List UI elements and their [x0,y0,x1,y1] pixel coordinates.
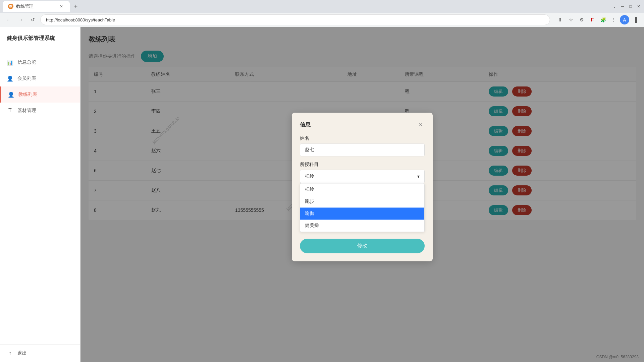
info-icon: 📊 [7,59,13,66]
browser-nav: ← → ↺ http://localhost:8080/sys/teachTab… [0,13,644,27]
subject-dropdown: 杠铃 跑步 瑜伽 健美操 [300,183,425,232]
name-input[interactable] [300,143,425,156]
logout-item[interactable]: ↑ 退出 [0,344,80,362]
sidebar-item-equipment-label: 器材管理 [17,108,36,114]
modal-title: 信息 [300,121,311,128]
sidebar-item-members-label: 会员列表 [17,75,36,81]
main-content: 教练列表 请选择你要进行的操作 增加 编号 教练姓名 联系方式 地址 所带课程 … [80,27,644,362]
browser-menu-icon[interactable]: ⋮ [609,15,619,24]
option-yoga[interactable]: 瑜伽 [300,207,424,220]
tab-title: 教练管理 [16,3,34,9]
share-icon[interactable]: ⬆ [555,15,565,24]
option-running[interactable]: 跑步 [300,195,424,207]
members-icon: 👤 [7,75,13,82]
browser-tab[interactable]: 教 教练管理 ✕ [3,1,70,12]
address-bar[interactable]: http://localhost:8080/sys/teachTable [40,14,550,25]
subject-select-wrapper: 杠铃 ▾ 杠铃 跑步 瑜伽 健美操 [300,170,425,183]
logout-icon: ↑ [7,350,13,357]
sidebar-item-equipment[interactable]: T 器材管理 [0,103,80,119]
address-text: http://localhost:8080/sys/teachTable [46,17,115,22]
forward-button[interactable]: → [16,15,25,24]
maximize-button[interactable]: □ [628,4,633,9]
settings-icon[interactable]: ⚙ [577,15,586,24]
subject-display[interactable]: 杠铃 ▾ [300,170,425,183]
browser-chrome: 教 教练管理 ✕ + ⌄ ─ □ ✕ ← → ↺ http://localhos… [0,0,644,27]
logout-label: 退出 [17,350,27,356]
tab-favicon: 教 [8,4,13,9]
name-field-group: 姓名 [300,135,425,156]
sidebar-item-info-label: 信息总览 [17,59,36,65]
extensions-icon[interactable]: 🧩 [598,15,608,24]
bookmark-icon[interactable]: ☆ [566,15,576,24]
modal-close-button[interactable]: × [417,121,425,129]
option-aerobics[interactable]: 健美操 [300,220,424,232]
back-button[interactable]: ← [4,15,13,24]
app-container: 健身俱乐部管理系统 📊 信息总览 👤 会员列表 👤 教练列表 T 器材管理 ↑ … [0,27,644,362]
coaches-icon: 👤 [8,91,14,98]
select-arrow-icon: ▾ [417,174,420,179]
window-close-button[interactable]: ✕ [636,4,641,9]
minimize-button[interactable]: ─ [620,4,625,9]
sidebar-item-members[interactable]: 👤 会员列表 [0,70,80,86]
browser-tabs: 教 教练管理 ✕ + ⌄ ─ □ ✕ [0,0,644,13]
profile-button[interactable]: A [620,15,629,24]
tab-close-button[interactable]: ✕ [58,3,64,9]
sidebar-toggle-icon[interactable]: ▐ [631,15,640,24]
sidebar-logo: 健身俱乐部管理系统 [0,27,80,50]
sidebar-menu: 📊 信息总览 👤 会员列表 👤 教练列表 T 器材管理 [0,50,80,344]
submit-button[interactable]: 修改 [300,239,425,253]
new-tab-button[interactable]: + [71,2,80,11]
subject-selected-text: 杠铃 [305,173,314,179]
reload-button[interactable]: ↺ [28,15,38,24]
sidebar: 健身俱乐部管理系统 📊 信息总览 👤 会员列表 👤 教练列表 T 器材管理 ↑ … [0,27,80,362]
equipment-icon: T [7,107,13,114]
sidebar-item-coaches-label: 教练列表 [18,92,37,98]
option-barbell[interactable]: 杠铃 [300,183,424,195]
subject-field-group: 所授科目 杠铃 ▾ 杠铃 跑步 瑜伽 健美操 [300,162,425,183]
nav-actions: ⬆ ☆ ⚙ F 🧩 ⋮ A ▐ [555,15,640,24]
modal: javayms.github.io 信息 × 姓名 所授科目 杠铃 ▾ [292,113,433,261]
extension-f-icon[interactable]: F [588,15,597,24]
name-label: 姓名 [300,135,425,141]
sidebar-item-coaches[interactable]: 👤 教练列表 [0,86,80,103]
modal-header: 信息 × [300,121,425,129]
sidebar-item-info[interactable]: 📊 信息总览 [0,54,80,70]
tab-favicon-text: 教 [9,4,12,9]
tab-list-button[interactable]: ⌄ [612,4,617,9]
subject-label: 所授科目 [300,162,425,168]
